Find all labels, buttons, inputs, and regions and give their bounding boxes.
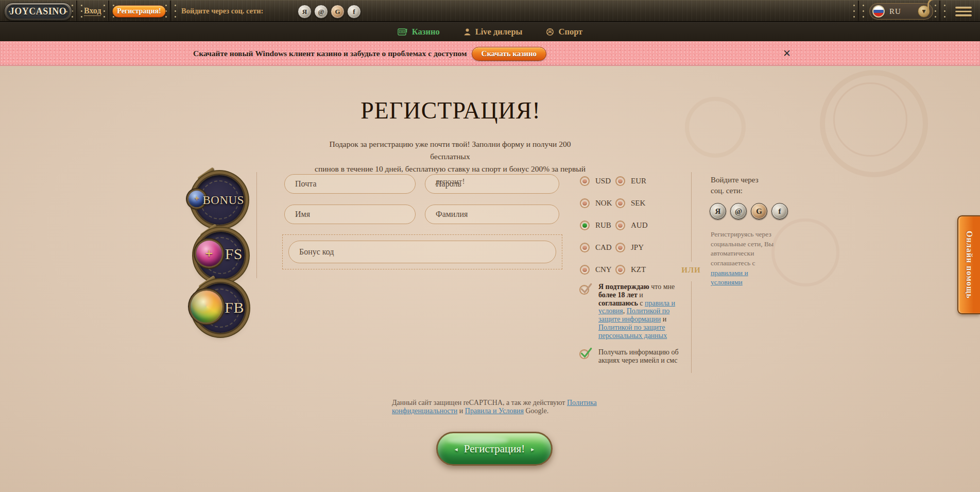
- first-name-field[interactable]: [284, 205, 416, 224]
- bonus-code-field[interactable]: [288, 241, 556, 263]
- personal-data-policy-link[interactable]: Политикой по защите персональных данных: [598, 324, 667, 340]
- banner-content: Скачайте новый Windows клиент казино и з…: [193, 41, 546, 66]
- freespins-orb-icon: +: [196, 241, 222, 266]
- currency-option-kzt[interactable]: KZT: [615, 264, 651, 275]
- radio-icon: [580, 176, 590, 186]
- rivet-decoration: [0, 1, 2, 2]
- mailru-icon[interactable]: @: [730, 203, 747, 219]
- currency-option-jpy[interactable]: JPY: [615, 242, 651, 253]
- online-help-tab[interactable]: Онлайн помощь: [957, 215, 980, 314]
- language-code: RU: [889, 7, 901, 16]
- badge-label: FS: [225, 245, 243, 263]
- banner-text: Скачайте новый Windows клиент казино и з…: [193, 49, 467, 58]
- radio-icon: [615, 243, 625, 252]
- stain-decoration: [771, 218, 839, 286]
- login-link[interactable]: Вход: [84, 6, 101, 16]
- currency-option-nok[interactable]: NOK: [580, 197, 615, 209]
- menu-bar: [955, 11, 972, 13]
- yandex-icon[interactable]: Я: [298, 5, 312, 19]
- logo-text: JOYCASINO: [7, 5, 70, 19]
- download-casino-button[interactable]: Скачать казино: [472, 47, 547, 61]
- promo-optin-checkbox[interactable]: [579, 349, 589, 359]
- last-name-field[interactable]: [425, 205, 559, 224]
- bonus-code-box: [282, 234, 562, 269]
- yandex-icon[interactable]: Я: [710, 203, 726, 219]
- radio-icon: [580, 265, 590, 275]
- radio-selected-icon: [580, 220, 590, 230]
- main-nav: $$$ Казино Live дилеры Спорт: [0, 22, 980, 42]
- google-terms-link[interactable]: Правила и Условия: [465, 407, 524, 415]
- or-divider-line: [691, 281, 692, 373]
- dealer-person-icon: [463, 28, 471, 36]
- language-selector[interactable]: RU ▼: [869, 3, 933, 20]
- joycasino-registration-page: JOYCASINO Вход Регистрация! Войдите чере…: [0, 0, 980, 492]
- currency-option-rub[interactable]: RUB: [580, 219, 615, 231]
- tab-sport[interactable]: Спорт: [546, 27, 582, 37]
- submit-label: Регистрация!: [464, 443, 525, 455]
- social-panel-icons: Я @ G f: [710, 203, 788, 219]
- menu-button[interactable]: [955, 7, 972, 16]
- menu-bar: [955, 7, 972, 9]
- radio-icon: [615, 265, 625, 275]
- slot-machine-icon: $$$: [398, 28, 408, 36]
- currency-option-eur[interactable]: EUR: [615, 175, 651, 186]
- checkmark-icon: [579, 347, 593, 359]
- age-confirm-checkbox[interactable]: [579, 285, 589, 295]
- radio-icon: [615, 198, 625, 208]
- social-panel-note: Регистрируясь через социальные сети, Вы …: [711, 230, 776, 287]
- tab-casino[interactable]: $$$ Казино: [398, 27, 440, 37]
- form-divider-line: [256, 172, 257, 278]
- download-banner: Скачайте новый Windows клиент казино и з…: [0, 41, 980, 66]
- soccer-ball-icon: [546, 28, 554, 36]
- or-label: ИЛИ: [677, 266, 706, 275]
- online-help-label: Онлайн помощь: [965, 231, 974, 299]
- freebet-ball-icon: [191, 291, 222, 323]
- facebook-icon[interactable]: f: [347, 5, 361, 19]
- submit-registration-button[interactable]: ◂Регистрация!▸: [436, 432, 553, 466]
- currency-option-sek[interactable]: SEK: [615, 197, 651, 209]
- top-bar: JOYCASINO Вход Регистрация! Войдите чере…: [0, 0, 980, 22]
- age-confirm-text: Я подтверждаю что мне более 18 лет и сог…: [598, 283, 677, 340]
- tab-label: Спорт: [558, 27, 582, 37]
- close-icon[interactable]: ✕: [783, 47, 791, 59]
- currency-option-cad[interactable]: CAD: [580, 242, 615, 253]
- social-panel-title: Войдите через соц. сети:: [711, 175, 772, 196]
- tab-label: Live дилеры: [475, 27, 523, 37]
- tab-live-dealers[interactable]: Live дилеры: [463, 27, 523, 37]
- logo-dot: [66, 11, 67, 12]
- password-field[interactable]: [425, 174, 559, 194]
- register-button[interactable]: Регистрация!: [112, 5, 166, 18]
- social-login-icons: Я @ G f: [298, 5, 361, 19]
- svg-text:$$$: $$$: [400, 30, 404, 33]
- google-icon[interactable]: G: [751, 203, 767, 219]
- logo[interactable]: JOYCASINO: [4, 3, 72, 21]
- currency-option-aud[interactable]: AUD: [615, 219, 651, 231]
- mailru-icon[interactable]: @: [314, 5, 328, 19]
- social-login-prompt: Войдите через соц. сети:: [181, 7, 263, 15]
- currency-options: USD EUR NOK SEK RUB AUD CAD JPY: [580, 175, 651, 275]
- tab-label: Казино: [412, 27, 440, 37]
- badge-label: BONUS: [203, 194, 244, 207]
- recaptcha-notice: Данный сайт защищен reCAPTCHA, а так же …: [392, 399, 598, 415]
- freespins-badge: + FS: [197, 232, 245, 279]
- checkmark-icon: [579, 283, 593, 294]
- terms-link[interactable]: правилами и условиями: [711, 269, 748, 286]
- google-icon[interactable]: G: [331, 5, 345, 19]
- page-title: РЕГИСТРАЦИЯ!: [0, 97, 901, 124]
- email-field[interactable]: [284, 174, 416, 194]
- currency-option-usd[interactable]: USD: [580, 175, 615, 186]
- bonus-badge: + BONUS: [195, 175, 244, 225]
- logo-dot: [9, 11, 10, 12]
- main-area: РЕГИСТРАЦИЯ! Подарок за регистрацию уже …: [0, 66, 980, 492]
- language-dropdown-button[interactable]: ▼: [918, 5, 930, 18]
- currency-option-cny[interactable]: CNY: [580, 264, 615, 275]
- radio-icon: [615, 176, 625, 186]
- left-arrow-icon: ◂: [455, 446, 458, 453]
- promo-optin-text: Получать информацию об акциях через имей…: [598, 348, 680, 365]
- right-arrow-icon: ▸: [531, 446, 534, 453]
- menu-bar: [955, 14, 972, 16]
- radio-icon: [580, 198, 590, 208]
- lever-decoration: [927, 0, 937, 13]
- facebook-icon[interactable]: f: [771, 203, 788, 219]
- or-divider-line: [691, 172, 692, 262]
